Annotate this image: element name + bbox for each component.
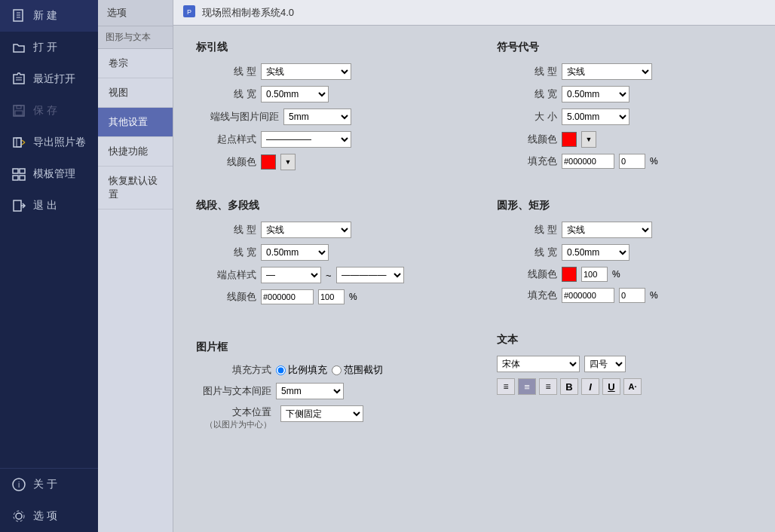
section-symbol-code-title: 符号代号 [497, 41, 752, 54]
leader-line-type-label: 线 型 [196, 65, 256, 78]
svg-point-21 [16, 513, 22, 519]
leader-line-width-label: 线 宽 [196, 87, 256, 101]
nav-item-reset[interactable]: 恢复默认设置 [98, 167, 173, 209]
polyline-endpoint-select1[interactable]: — → ● [261, 267, 321, 283]
sidebar-item-export[interactable]: 导出照片卷 [0, 127, 98, 158]
image-fill-method-label: 填充方式 [196, 363, 271, 377]
format-underline-button[interactable]: U [602, 378, 620, 395]
symbol-fill-color-label: 填充色 [497, 154, 557, 168]
leader-start-style-row: 起点样式 ————— → ● [196, 131, 452, 148]
leader-start-style-label: 起点样式 [196, 133, 256, 146]
export-icon [11, 134, 27, 151]
nav-section-header: 图形与文本 [98, 26, 173, 49]
section-polyline: 线段、多段线 线 型 实线 虚线 线 宽 0.50mm 0.25mm [196, 199, 452, 310]
polyline-type-label: 线 型 [196, 223, 256, 237]
image-gap-select[interactable]: 5mm 3mm 8mm [276, 383, 344, 399]
sidebar-item-exit[interactable]: 退 出 [0, 190, 98, 222]
format-bold-button[interactable]: B [560, 378, 578, 395]
image-text-pos-select[interactable]: 下侧固定 上侧固定 右侧固定 [280, 405, 363, 422]
leader-color-box[interactable] [261, 154, 276, 170]
svg-rect-15 [13, 176, 18, 180]
nav-panel: 选项 图形与文本 卷宗 视图 其他设置 快捷功能 恢复默认设置 [98, 0, 173, 532]
polyline-color-input[interactable] [261, 289, 314, 304]
nav-item-scroll[interactable]: 卷宗 [98, 49, 173, 78]
polyline-endpoint-row: 端点样式 — → ● ~ ————— → [196, 267, 452, 283]
image-fill-proportional-label[interactable]: 比例填充 [276, 363, 327, 377]
nav-item-shortcut[interactable]: 快捷功能 [98, 137, 173, 167]
image-fill-crop-radio[interactable] [332, 365, 342, 375]
format-align-left-button[interactable]: ≡ [497, 378, 515, 395]
symbol-line-type-select[interactable]: 实线 虚线 [562, 63, 652, 80]
sidebar-item-save: 保 存 [0, 95, 98, 127]
svg-rect-8 [15, 111, 23, 115]
format-align-right-button[interactable]: ≡ [539, 378, 557, 395]
image-fill-proportional-text: 比例填充 [288, 363, 327, 377]
polyline-type-select[interactable]: 实线 虚线 [261, 222, 351, 238]
symbol-fill-percent-input[interactable] [619, 154, 645, 169]
shape-type-select[interactable]: 实线 虚线 [562, 222, 652, 238]
format-font-color-button[interactable]: A· [623, 378, 642, 395]
symbol-line-width-label: 线 宽 [497, 87, 557, 101]
text-font-select[interactable]: 宋体 黑体 楷体 仿宋 [497, 356, 580, 372]
sidebar-item-open[interactable]: 打 开 [0, 32, 98, 63]
template-icon [11, 166, 27, 182]
polyline-type-row: 线 型 实线 虚线 [196, 222, 452, 238]
leader-start-style-select[interactable]: ————— → ● [261, 131, 351, 148]
polyline-color-percent-unit: % [349, 292, 357, 302]
leader-line-type-row: 线 型 实线 虚线 点线 [196, 63, 452, 80]
nav-item-view[interactable]: 视图 [98, 78, 173, 108]
leader-color-row: 线颜色 ▼ [196, 154, 452, 170]
shape-fill-percent-input[interactable] [619, 288, 645, 303]
recent-icon [11, 71, 27, 87]
shape-line-color-percent-unit: % [612, 269, 620, 280]
sidebar-item-template[interactable]: 模板管理 [0, 158, 98, 190]
shape-fill-percent-unit: % [650, 290, 658, 301]
leader-line-width-select[interactable]: 0.50mm 0.25mm 1.00mm [261, 86, 329, 102]
shape-line-color-percent[interactable] [581, 267, 608, 282]
symbol-fill-color-input[interactable] [562, 154, 614, 169]
format-italic-button[interactable]: I [581, 378, 599, 395]
sidebar-item-recent[interactable]: 最近打开 [0, 63, 98, 95]
sidebar-item-template-label: 模板管理 [33, 167, 75, 181]
symbol-line-color-dropdown[interactable]: ▼ [581, 131, 596, 148]
symbol-line-color-box[interactable] [562, 132, 577, 147]
text-size-select[interactable]: 四号 三号 五号 小四 [584, 356, 626, 372]
image-gap-label: 图片与文本间距 [196, 384, 271, 398]
leader-line-type-select[interactable]: 实线 虚线 点线 [261, 63, 351, 80]
polyline-color-percent-input[interactable] [318, 289, 345, 304]
symbol-size-select[interactable]: 5.00mm 3.00mm 8.00mm [562, 109, 629, 125]
polyline-endpoint-select2[interactable]: ————— → [336, 267, 404, 283]
main-header: P 现场照相制卷系统4.0 [173, 0, 775, 26]
shape-width-select[interactable]: 0.50mm 0.25mm [562, 244, 629, 261]
shape-line-color-box[interactable] [562, 267, 577, 282]
symbol-line-width-select[interactable]: 0.50mm 0.25mm [562, 86, 629, 102]
shape-fill-color-label: 填充色 [497, 289, 557, 302]
sidebar-item-exit-label: 退 出 [33, 199, 57, 212]
shape-type-label: 线 型 [497, 223, 557, 237]
svg-rect-9 [14, 138, 21, 147]
svg-rect-14 [20, 169, 25, 173]
image-fill-crop-label[interactable]: 范围截切 [332, 363, 383, 377]
leader-gap-select[interactable]: 5mm 3mm 8mm [283, 109, 351, 125]
shape-width-label: 线 宽 [497, 246, 557, 259]
polyline-width-select[interactable]: 0.50mm 0.25mm [261, 244, 329, 261]
section-image-frame-title: 图片框 [196, 341, 452, 354]
format-align-center-button[interactable]: ≡ [518, 378, 536, 395]
sidebar-item-about[interactable]: i 关 于 [0, 469, 98, 500]
shape-fill-color-input[interactable] [562, 288, 614, 303]
leader-color-dropdown[interactable]: ▼ [280, 154, 296, 170]
sidebar-item-save-label: 保 存 [33, 104, 57, 118]
svg-rect-10 [17, 138, 21, 147]
image-text-pos-sublabel: （以图片为中心） [196, 419, 271, 430]
section-image-frame: 图片框 填充方式 比例填充 范围截切 图片与文本间距 5mm [196, 341, 452, 436]
image-fill-method-row: 填充方式 比例填充 范围截切 [196, 363, 452, 377]
sidebar-item-options[interactable]: 选 项 [0, 500, 98, 532]
nav-item-other[interactable]: 其他设置 [98, 108, 173, 137]
shape-line-color-label: 线颜色 [497, 268, 557, 281]
sidebar-item-new[interactable]: 新 建 [0, 0, 98, 32]
polyline-width-label: 线 宽 [196, 246, 256, 259]
section-text-title: 文本 [497, 333, 752, 347]
symbol-size-row: 大 小 5.00mm 3.00mm 8.00mm [497, 109, 752, 125]
image-fill-proportional-radio[interactable] [276, 365, 286, 375]
section-leader-line: 标引线 线 型 实线 虚线 点线 线 宽 0.50mm 0.25mm 1.00m… [196, 41, 452, 176]
